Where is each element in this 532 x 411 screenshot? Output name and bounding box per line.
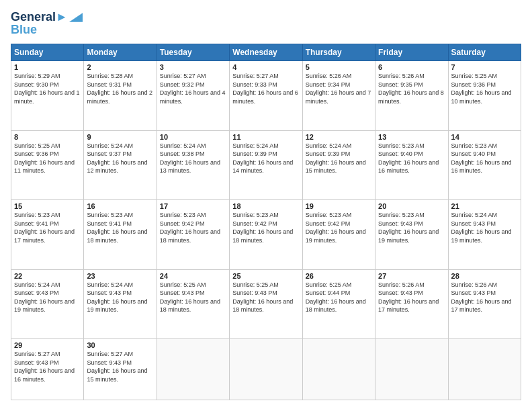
day-info: Sunrise: 5:25 AMSunset: 9:44 PMDaylight:… [306,281,366,314]
calendar-day-cell: 1 Sunrise: 5:29 AMSunset: 9:30 PMDayligh… [11,61,84,131]
day-number: 2 [87,63,153,71]
svg-marker-0 [69,13,83,21]
day-number: 3 [160,63,226,71]
day-info: Sunrise: 5:23 AMSunset: 9:41 PMDaylight:… [87,212,147,244]
calendar-day-cell: 29 Sunrise: 5:27 AMSunset: 9:43 PMDaylig… [11,339,84,400]
day-info: Sunrise: 5:24 AMSunset: 9:43 PMDaylight:… [87,281,147,314]
calendar-day-cell: 14 Sunrise: 5:23 AMSunset: 9:40 PMDaylig… [448,130,521,200]
day-info: Sunrise: 5:24 AMSunset: 9:43 PMDaylight:… [14,281,75,314]
day-info: Sunrise: 5:26 AMSunset: 9:43 PMDaylight:… [451,281,512,314]
day-number: 5 [306,63,372,71]
logo: General► Blue [11,11,83,37]
calendar-day-header: Saturday [448,44,521,61]
calendar-day-cell: 18 Sunrise: 5:23 AMSunset: 9:42 PMDaylig… [230,200,302,270]
page: General► Blue SundayMondayTuesdayWednesd… [0,0,532,411]
day-number: 6 [378,63,445,71]
day-info: Sunrise: 5:28 AMSunset: 9:31 PMDaylight:… [87,73,152,105]
calendar-week-row: 22 Sunrise: 5:24 AMSunset: 9:43 PMDaylig… [11,269,521,339]
day-info: Sunrise: 5:23 AMSunset: 9:40 PMDaylight:… [451,142,512,175]
calendar-day-header: Thursday [302,44,375,61]
day-number: 8 [14,133,81,141]
calendar-day-cell: 26 Sunrise: 5:25 AMSunset: 9:44 PMDaylig… [302,269,375,339]
day-number: 20 [378,202,445,210]
day-number: 16 [87,202,153,210]
day-info: Sunrise: 5:27 AMSunset: 9:33 PMDaylight:… [232,73,298,105]
logo-text: General► [11,11,68,24]
calendar-day-header: Tuesday [157,44,229,61]
calendar-day-header: Friday [375,44,448,61]
day-info: Sunrise: 5:26 AMSunset: 9:34 PMDaylight:… [306,73,371,105]
day-info: Sunrise: 5:23 AMSunset: 9:41 PMDaylight:… [14,212,75,244]
calendar: SundayMondayTuesdayWednesdayThursdayFrid… [11,44,521,400]
day-number: 21 [451,202,518,210]
day-number: 24 [160,272,226,280]
day-info: Sunrise: 5:26 AMSunset: 9:43 PMDaylight:… [378,281,439,314]
day-info: Sunrise: 5:23 AMSunset: 9:42 PMDaylight:… [232,212,293,244]
calendar-day-cell: 16 Sunrise: 5:23 AMSunset: 9:41 PMDaylig… [84,200,157,270]
day-info: Sunrise: 5:25 AMSunset: 9:43 PMDaylight:… [232,281,293,314]
day-info: Sunrise: 5:23 AMSunset: 9:42 PMDaylight:… [160,212,220,244]
day-info: Sunrise: 5:23 AMSunset: 9:40 PMDaylight:… [378,142,439,175]
day-number: 10 [160,133,226,141]
day-number: 12 [306,133,372,141]
calendar-week-row: 1 Sunrise: 5:29 AMSunset: 9:30 PMDayligh… [11,61,521,131]
calendar-day-cell: 3 Sunrise: 5:27 AMSunset: 9:32 PMDayligh… [157,61,229,131]
day-number: 9 [87,133,153,141]
calendar-day-cell: 25 Sunrise: 5:25 AMSunset: 9:43 PMDaylig… [230,269,302,339]
day-number: 13 [378,133,445,141]
calendar-day-header: Monday [84,44,157,61]
day-number: 23 [87,272,153,280]
day-number: 7 [451,63,518,71]
day-info: Sunrise: 5:29 AMSunset: 9:30 PMDaylight:… [14,73,80,105]
calendar-day-cell: 17 Sunrise: 5:23 AMSunset: 9:42 PMDaylig… [157,200,229,270]
logo-blue: Blue [11,23,83,37]
calendar-day-cell: 23 Sunrise: 5:24 AMSunset: 9:43 PMDaylig… [84,269,157,339]
calendar-day-cell: 22 Sunrise: 5:24 AMSunset: 9:43 PMDaylig… [11,269,84,339]
calendar-day-cell: 2 Sunrise: 5:28 AMSunset: 9:31 PMDayligh… [84,61,157,131]
day-info: Sunrise: 5:27 AMSunset: 9:43 PMDaylight:… [87,351,147,383]
calendar-day-cell: 19 Sunrise: 5:23 AMSunset: 9:42 PMDaylig… [302,200,375,270]
day-number: 27 [378,272,445,280]
header: General► Blue [11,11,521,37]
calendar-day-cell [302,339,375,400]
calendar-body: 1 Sunrise: 5:29 AMSunset: 9:30 PMDayligh… [11,61,521,400]
calendar-day-cell [448,339,521,400]
calendar-week-row: 15 Sunrise: 5:23 AMSunset: 9:41 PMDaylig… [11,200,521,270]
day-info: Sunrise: 5:24 AMSunset: 9:39 PMDaylight:… [232,142,293,175]
calendar-day-cell: 24 Sunrise: 5:25 AMSunset: 9:43 PMDaylig… [157,269,229,339]
day-number: 19 [306,202,372,210]
calendar-day-cell: 7 Sunrise: 5:25 AMSunset: 9:36 PMDayligh… [448,61,521,131]
day-number: 28 [451,272,518,280]
day-number: 18 [232,202,299,210]
calendar-week-row: 8 Sunrise: 5:25 AMSunset: 9:36 PMDayligh… [11,130,521,200]
calendar-day-cell: 21 Sunrise: 5:24 AMSunset: 9:43 PMDaylig… [448,200,521,270]
calendar-day-header: Sunday [11,44,84,61]
calendar-day-cell: 13 Sunrise: 5:23 AMSunset: 9:40 PMDaylig… [375,130,448,200]
day-info: Sunrise: 5:24 AMSunset: 9:39 PMDaylight:… [306,142,366,175]
calendar-day-cell: 30 Sunrise: 5:27 AMSunset: 9:43 PMDaylig… [84,339,157,400]
day-info: Sunrise: 5:26 AMSunset: 9:35 PMDaylight:… [378,73,444,105]
day-info: Sunrise: 5:25 AMSunset: 9:43 PMDaylight:… [160,281,220,314]
calendar-day-cell: 9 Sunrise: 5:24 AMSunset: 9:37 PMDayligh… [84,130,157,200]
day-info: Sunrise: 5:25 AMSunset: 9:36 PMDaylight:… [14,142,75,175]
day-number: 15 [14,202,81,210]
day-number: 22 [14,272,81,280]
day-number: 17 [160,202,226,210]
day-info: Sunrise: 5:24 AMSunset: 9:37 PMDaylight:… [87,142,147,175]
day-info: Sunrise: 5:23 AMSunset: 9:43 PMDaylight:… [378,212,439,244]
calendar-day-cell: 5 Sunrise: 5:26 AMSunset: 9:34 PMDayligh… [302,61,375,131]
calendar-day-cell: 11 Sunrise: 5:24 AMSunset: 9:39 PMDaylig… [230,130,302,200]
day-number: 1 [14,63,81,71]
calendar-day-cell [375,339,448,400]
day-info: Sunrise: 5:24 AMSunset: 9:43 PMDaylight:… [451,212,512,244]
day-number: 14 [451,133,518,141]
calendar-day-cell: 12 Sunrise: 5:24 AMSunset: 9:39 PMDaylig… [302,130,375,200]
calendar-week-row: 29 Sunrise: 5:27 AMSunset: 9:43 PMDaylig… [11,339,521,400]
calendar-day-cell: 20 Sunrise: 5:23 AMSunset: 9:43 PMDaylig… [375,200,448,270]
calendar-day-cell: 27 Sunrise: 5:26 AMSunset: 9:43 PMDaylig… [375,269,448,339]
calendar-day-cell: 15 Sunrise: 5:23 AMSunset: 9:41 PMDaylig… [11,200,84,270]
day-info: Sunrise: 5:23 AMSunset: 9:42 PMDaylight:… [306,212,366,244]
day-info: Sunrise: 5:27 AMSunset: 9:43 PMDaylight:… [14,351,75,383]
calendar-day-cell: 6 Sunrise: 5:26 AMSunset: 9:35 PMDayligh… [375,61,448,131]
calendar-day-header: Wednesday [230,44,302,61]
